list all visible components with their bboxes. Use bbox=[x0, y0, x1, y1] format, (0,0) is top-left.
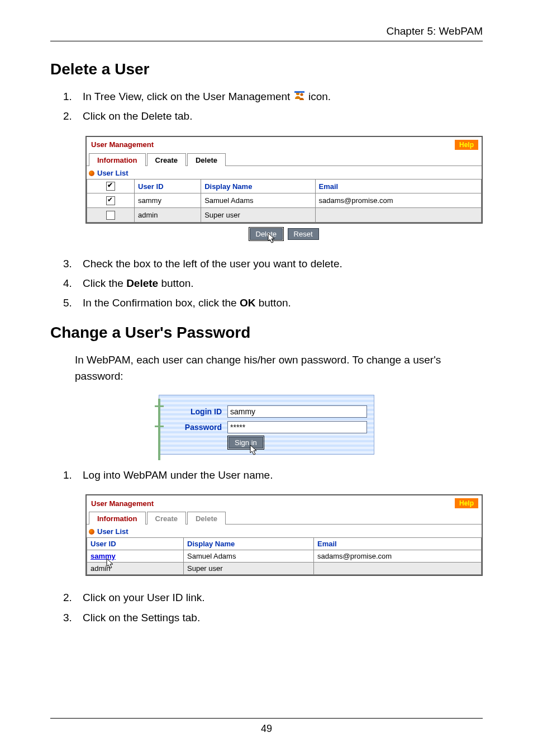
user-list-subhead: User List bbox=[87, 525, 482, 537]
tab-delete[interactable]: Delete bbox=[187, 512, 226, 525]
cell-email: sadams@promise.com bbox=[314, 550, 482, 563]
cell-email: sadams@promise.com bbox=[315, 193, 481, 208]
login-panel: Login ID Password Sign in bbox=[159, 395, 374, 455]
bold-delete: Delete bbox=[126, 277, 158, 289]
user-list-subhead: User List bbox=[87, 166, 482, 179]
step-1-text-a: In Tree View, click on the User Manageme… bbox=[83, 91, 293, 102]
step-c2: Click on your User ID link. bbox=[75, 589, 483, 606]
change-password-intro: In WebPAM, each user can change his/her … bbox=[75, 352, 483, 385]
cell-display: Super user bbox=[201, 208, 315, 223]
table-row: admin Super user bbox=[87, 208, 482, 223]
select-all-checkbox[interactable] bbox=[106, 182, 115, 191]
tab-information[interactable]: Information bbox=[89, 153, 146, 166]
col-email: Email bbox=[314, 538, 482, 550]
col-user-id: User ID bbox=[135, 179, 201, 193]
cell-display: Samuel Adams bbox=[201, 193, 315, 208]
table-row: sammy Samuel Adams sadams@promise.com bbox=[87, 193, 482, 208]
sign-in-button[interactable]: Sign in bbox=[229, 437, 263, 448]
row-checkbox[interactable] bbox=[106, 196, 115, 205]
user-management-icon bbox=[293, 90, 306, 102]
step-3: Check the box to the left of the user yo… bbox=[75, 256, 483, 272]
tab-delete[interactable]: Delete bbox=[187, 153, 226, 166]
login-id-label: Login ID bbox=[166, 407, 227, 416]
user-id-link[interactable]: sammy bbox=[91, 552, 116, 560]
svg-rect-4 bbox=[155, 405, 164, 407]
panel-title: User Management bbox=[91, 140, 154, 149]
section-title-delete-user: Delete a User bbox=[50, 60, 483, 78]
step-c1: Log into WebPAM under the User name. bbox=[75, 467, 483, 483]
panel-title: User Management bbox=[91, 499, 154, 508]
running-header: Chapter 5: WebPAM bbox=[50, 25, 483, 41]
user-management-delete-panel: User Management Help Information Create … bbox=[85, 136, 483, 224]
step-1-text-b: icon. bbox=[308, 91, 331, 102]
svg-rect-3 bbox=[158, 399, 160, 460]
tree-decoration-icon bbox=[155, 399, 164, 460]
password-input[interactable] bbox=[227, 421, 367, 433]
reset-button[interactable]: Reset bbox=[288, 228, 319, 240]
password-label: Password bbox=[166, 423, 227, 432]
help-button[interactable]: Help bbox=[455, 498, 478, 508]
svg-rect-5 bbox=[155, 426, 164, 427]
user-list-table: User ID Display Name Email sammy Samuel … bbox=[87, 537, 482, 575]
col-user-id: User ID bbox=[87, 538, 184, 550]
svg-rect-2 bbox=[294, 91, 304, 93]
bold-ok: OK bbox=[240, 297, 256, 309]
tab-create[interactable]: Create bbox=[147, 512, 186, 525]
table-row: sammy Samuel Adams sadams@promise.com bbox=[87, 550, 482, 563]
step-1: In Tree View, click on the User Manageme… bbox=[75, 88, 483, 105]
user-management-info-panel: User Management Help Information Create … bbox=[85, 494, 483, 576]
user-list-table: User ID Display Name Email sammy Samuel … bbox=[87, 179, 482, 223]
delete-button[interactable]: Delete bbox=[250, 228, 283, 240]
col-display-name: Display Name bbox=[201, 179, 315, 193]
section-title-change-password: Change a User's Password bbox=[50, 324, 483, 342]
step-5: In the Confirmation box, click the OK bu… bbox=[75, 295, 483, 311]
cell-user-id: admin bbox=[87, 563, 184, 575]
svg-point-1 bbox=[300, 93, 303, 96]
col-display-name: Display Name bbox=[184, 538, 314, 550]
cell-email bbox=[315, 208, 481, 223]
cell-display: Samuel Adams bbox=[184, 550, 314, 563]
cell-email bbox=[314, 563, 482, 575]
step-2: Click on the Delete tab. bbox=[75, 108, 483, 124]
row-checkbox[interactable] bbox=[106, 211, 115, 220]
help-button[interactable]: Help bbox=[455, 140, 478, 150]
page-number: 49 bbox=[50, 718, 483, 735]
step-4: Click the Delete button. bbox=[75, 275, 483, 291]
tab-create[interactable]: Create bbox=[147, 153, 186, 166]
tab-information[interactable]: Information bbox=[89, 512, 146, 525]
cell-display: Super user bbox=[184, 563, 314, 575]
step-2-text: Click on the Delete tab. bbox=[83, 110, 192, 122]
table-row: admin Super user bbox=[87, 563, 482, 575]
col-email: Email bbox=[315, 179, 481, 193]
cell-user-id: admin bbox=[135, 208, 201, 223]
step-c3: Click on the Settings tab. bbox=[75, 609, 483, 626]
login-id-input[interactable] bbox=[227, 405, 367, 418]
cell-user-id: sammy bbox=[135, 193, 201, 208]
